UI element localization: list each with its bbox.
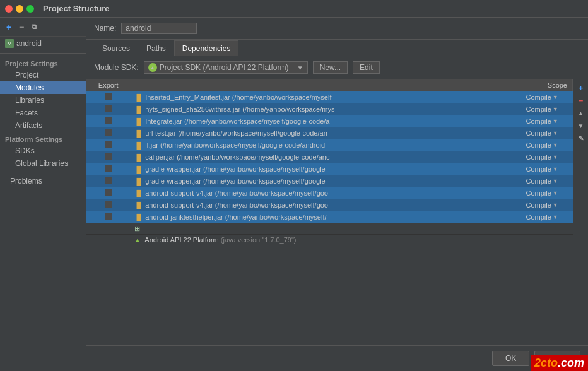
scope-cell[interactable]: Compile ▼: [522, 175, 573, 187]
export-checkbox[interactable]: [105, 213, 112, 220]
sidebar-item-modules[interactable]: Modules: [0, 81, 86, 94]
scope-cell[interactable]: Compile ▼: [522, 91, 573, 103]
edit-sdk-button[interactable]: Edit: [353, 61, 380, 74]
export-checkbox[interactable]: [105, 165, 112, 172]
platform-row[interactable]: ▲ Android API 22 Platform (java version …: [86, 235, 573, 245]
export-checkbox-cell[interactable]: [86, 151, 131, 163]
move-down-button[interactable]: ▼: [575, 120, 587, 131]
add-module-button[interactable]: +: [4, 22, 14, 32]
export-checkbox[interactable]: [105, 153, 112, 160]
scope-dropdown-icon: ▼: [553, 106, 558, 112]
scope-dropdown-icon: ▼: [553, 214, 558, 220]
ok-button[interactable]: OK: [492, 351, 529, 366]
export-checkbox-cell[interactable]: [86, 175, 131, 187]
scope-cell[interactable]: Compile ▼: [522, 187, 573, 199]
name-input[interactable]: android: [121, 23, 197, 34]
name-row: Name: android: [86, 18, 588, 40]
scope-cell[interactable]: Compile ▼: [522, 199, 573, 211]
scope-cell[interactable]: Compile ▼: [522, 115, 573, 127]
table-row[interactable]: ▐▌ android-support-v4.jar (/home/yanbo/w…: [86, 187, 573, 199]
scope-dropdown-icon: ▼: [553, 130, 558, 136]
col-header-name: [131, 80, 522, 91]
scope-dropdown-icon: ▼: [553, 142, 558, 148]
table-row[interactable]: ▐▌ caliper.jar (/home/yanbo/workspace/my…: [86, 151, 573, 163]
remove-dependency-button[interactable]: −: [575, 95, 587, 106]
export-checkbox[interactable]: [105, 117, 112, 124]
table-row[interactable]: ▐▌ hyts_signed_sha256withrsa.jar (/home/…: [86, 103, 573, 115]
sidebar-item-sdks[interactable]: SDKs: [0, 144, 86, 157]
table-row[interactable]: ▐▌ android-support-v4.jar (/home/yanbo/w…: [86, 199, 573, 211]
sidebar-item-global-libraries[interactable]: Global Libraries: [0, 157, 86, 170]
divider: [0, 53, 86, 54]
export-checkbox[interactable]: [105, 189, 112, 196]
table-row[interactable]: ▐▌ lf.jar (/home/yanbo/workspace/myself/…: [86, 139, 573, 151]
scope-cell[interactable]: Compile ▼: [522, 139, 573, 151]
sidebar-item-facets[interactable]: Facets: [0, 107, 86, 119]
sidebar: + − ⧉ M android Project Settings Project…: [0, 18, 86, 371]
table-row[interactable]: ▐▌ gradle-wrapper.jar (/home/yanbo/works…: [86, 175, 573, 187]
export-checkbox-cell[interactable]: [86, 199, 131, 211]
export-checkbox-cell[interactable]: [86, 211, 131, 223]
export-checkbox-cell[interactable]: [86, 115, 131, 127]
bottom-bar: OK Close: [86, 345, 588, 371]
export-checkbox-cell[interactable]: [86, 187, 131, 199]
tab-dependencies[interactable]: Dependencies: [174, 40, 239, 56]
scope-cell[interactable]: Compile ▼: [522, 127, 573, 139]
sidebar-item-libraries[interactable]: Libraries: [0, 94, 86, 107]
scope-cell[interactable]: Compile ▼: [522, 103, 573, 115]
table-row[interactable]: ▐▌ android-janktesthelper.jar (/home/yan…: [86, 211, 573, 223]
close-button[interactable]: [5, 5, 13, 13]
dependency-name: ▐▌ lf.jar (/home/yanbo/workspace/myself/…: [131, 139, 522, 151]
export-checkbox-cell[interactable]: [86, 127, 131, 139]
jar-icon: ▐▌: [134, 214, 143, 221]
move-up-button[interactable]: ▲: [575, 107, 587, 119]
add-dependency-button[interactable]: +: [575, 82, 587, 93]
module-item[interactable]: M android: [0, 37, 86, 50]
dependencies-container: Export Scope ▐▌: [86, 80, 588, 345]
export-checkbox[interactable]: [105, 141, 112, 148]
scope-cell[interactable]: Compile ▼: [522, 211, 573, 223]
scope-dropdown-icon: ▼: [553, 166, 558, 172]
sidebar-item-project[interactable]: Project: [0, 69, 86, 81]
scope-cell[interactable]: Compile ▼: [522, 163, 573, 175]
watermark-suffix: .com: [558, 356, 584, 369]
sidebar-item-artifacts[interactable]: Artifacts: [0, 119, 86, 132]
watermark: 2cto.com: [531, 355, 588, 371]
tabs-row: Sources Paths Dependencies: [86, 40, 588, 56]
right-toolbar: + − ▲ ▼ ✎: [573, 80, 588, 345]
tab-sources[interactable]: Sources: [94, 40, 138, 56]
module-icon: M: [5, 39, 14, 48]
minimize-button[interactable]: [16, 5, 23, 13]
export-checkbox[interactable]: [105, 177, 112, 184]
table-row[interactable]: ▐▌ Inserted_Entry_Manifest.jar (/home/ya…: [86, 91, 573, 103]
maximize-button[interactable]: [26, 5, 34, 13]
dependencies-table-wrapper[interactable]: Export Scope ▐▌: [86, 80, 573, 345]
export-checkbox[interactable]: [105, 105, 112, 112]
export-checkbox[interactable]: [105, 129, 112, 136]
tab-paths[interactable]: Paths: [138, 40, 174, 56]
new-sdk-button[interactable]: New...: [313, 61, 348, 74]
export-checkbox-cell[interactable]: [86, 103, 131, 115]
content-area: Name: android Sources Paths Dependencies…: [86, 18, 588, 371]
name-label: Name:: [94, 24, 116, 33]
scope-dropdown-icon: ▼: [553, 154, 558, 160]
table-row[interactable]: ▐▌ gradle-wrapper.jar (/home/yanbo/works…: [86, 163, 573, 175]
export-checkbox-cell[interactable]: [86, 139, 131, 151]
sdk-dropdown[interactable]: ▲ Project SDK (Android API 22 Platform) …: [144, 61, 308, 74]
module-source-row[interactable]: ⊞: [86, 223, 573, 235]
export-checkbox-cell[interactable]: [86, 163, 131, 175]
table-row[interactable]: ▐▌ Integrate.jar (/home/yanbo/workspace/…: [86, 115, 573, 127]
remove-module-button[interactable]: −: [16, 22, 26, 32]
export-checkbox-cell[interactable]: [86, 91, 131, 103]
edit-dependency-button[interactable]: ✎: [575, 132, 587, 144]
export-checkbox[interactable]: [105, 93, 112, 100]
scope-dropdown-icon: ▼: [553, 118, 558, 124]
sidebar-item-problems[interactable]: Problems: [0, 175, 86, 187]
table-row[interactable]: ▐▌ url-test.jar (/home/yanbo/workspace/m…: [86, 127, 573, 139]
dependency-name: ▐▌ android-support-v4.jar (/home/yanbo/w…: [131, 199, 522, 211]
title-bar: Project Structure: [0, 0, 588, 18]
scope-cell[interactable]: Compile ▼: [522, 151, 573, 163]
export-checkbox[interactable]: [105, 201, 112, 208]
dependency-name: ▐▌ android-support-v4.jar (/home/yanbo/w…: [131, 187, 522, 199]
copy-module-button[interactable]: ⧉: [29, 22, 39, 32]
